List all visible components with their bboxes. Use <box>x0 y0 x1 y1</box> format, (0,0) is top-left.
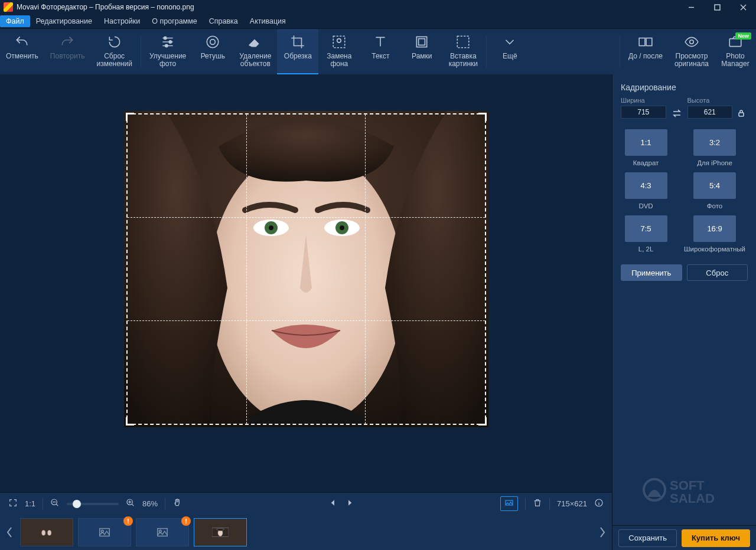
eraser-icon <box>247 34 263 50</box>
height-label: Высота <box>687 97 733 104</box>
thumbnail-3[interactable]: ! <box>136 518 189 546</box>
ratio-box: 7:5 <box>625 215 667 242</box>
object-removal-button[interactable]: Удаление объектов <box>233 29 277 74</box>
canvas-area[interactable] <box>0 74 612 492</box>
zoom-in-button[interactable] <box>126 498 135 509</box>
pan-tool-button[interactable] <box>172 498 182 509</box>
swap-dimensions-button[interactable] <box>671 109 683 119</box>
crop-button[interactable]: Обрезка <box>277 29 318 74</box>
enhance-button[interactable]: Улучшение фото <box>144 29 192 74</box>
svg-rect-12 <box>646 38 652 46</box>
thumbnail-1[interactable] <box>20 518 73 546</box>
ratio-label: Для iPhone <box>697 159 732 166</box>
next-image-button[interactable] <box>345 498 354 509</box>
menu-settings[interactable]: Настройки <box>98 15 146 27</box>
delete-button[interactable] <box>533 498 542 509</box>
crop-handle-bottom-left[interactable] <box>126 417 134 425</box>
compare-icon <box>638 34 653 50</box>
insert-image-icon <box>455 34 471 50</box>
minimize-button[interactable] <box>678 0 704 14</box>
crop-panel: Кадрирование Ширина 715 Высота 621 1:1Кв… <box>612 74 756 550</box>
svg-rect-6 <box>334 36 346 48</box>
svg-point-13 <box>690 40 694 44</box>
svg-point-5 <box>210 40 216 45</box>
width-label: Ширина <box>621 97 666 104</box>
undo-icon <box>14 34 30 50</box>
main-toolbar: Отменить Повторить Сброс изменений Улучш… <box>0 28 756 74</box>
thumbnail-4[interactable] <box>194 518 247 546</box>
reset-crop-button[interactable]: Сброс <box>687 264 748 281</box>
filmstrip-prev-button[interactable] <box>4 518 15 547</box>
height-input[interactable]: 621 <box>687 106 733 119</box>
crop-handle-top-left[interactable] <box>126 113 134 121</box>
menu-edit[interactable]: Редактирование <box>30 15 98 27</box>
text-icon <box>373 34 388 50</box>
save-button[interactable]: Сохранить <box>618 529 677 547</box>
aspect-ratio-7-5[interactable]: 7:5L, 2L <box>623 215 669 253</box>
photo-canvas[interactable] <box>124 111 488 427</box>
zoom-slider[interactable] <box>67 503 119 505</box>
canvas-status-bar: 1:1 86% 715×621 <box>0 492 612 515</box>
svg-rect-9 <box>419 39 425 45</box>
filmstrip-next-button[interactable] <box>597 518 608 547</box>
crop-selection[interactable] <box>126 113 486 425</box>
ratio-label: DVD <box>638 202 653 209</box>
window-title: Movavi Фоторедактор – Пробная версия – n… <box>17 3 678 11</box>
view-original-button[interactable]: Просмотр оригинала <box>669 29 715 74</box>
redo-button[interactable]: Повторить <box>44 29 91 74</box>
frames-button[interactable]: Рамки <box>401 29 442 74</box>
menu-file[interactable]: Файл <box>0 15 30 27</box>
svg-point-28 <box>48 531 51 536</box>
aspect-ratio-3-2[interactable]: 3:2Для iPhone <box>684 129 745 166</box>
menu-help[interactable]: Справка <box>203 15 244 27</box>
photo-manager-button[interactable]: NewPhoto Manager <box>715 29 756 74</box>
crop-panel-title: Кадрирование <box>612 74 756 97</box>
retouch-icon <box>205 34 220 50</box>
svg-rect-14 <box>729 39 741 47</box>
menu-activation[interactable]: Активация <box>244 15 292 27</box>
info-button[interactable] <box>594 498 604 509</box>
undo-button[interactable]: Отменить <box>0 29 44 74</box>
thumbnail-2[interactable]: ! <box>78 518 131 546</box>
svg-point-2 <box>169 41 171 43</box>
ratio-box: 5:4 <box>693 172 736 199</box>
before-after-button[interactable]: До / после <box>623 29 669 74</box>
sliders-icon <box>160 34 175 50</box>
crop-handle-top-right[interactable] <box>478 113 487 121</box>
svg-point-4 <box>207 36 219 48</box>
insert-image-button[interactable]: Вставка картинки <box>442 29 484 74</box>
background-swap-button[interactable]: Замена фона <box>318 29 360 74</box>
prev-image-button[interactable] <box>328 498 338 509</box>
ratio-label: Широкоформатный <box>684 245 745 253</box>
retouch-button[interactable]: Ретушь <box>192 29 233 74</box>
chevron-down-icon <box>502 34 517 50</box>
width-input[interactable]: 715 <box>621 106 666 119</box>
redo-icon <box>60 34 75 50</box>
zoom-out-button[interactable] <box>50 498 60 509</box>
buy-key-button[interactable]: Купить ключ <box>682 529 750 547</box>
crop-handle-bottom-right[interactable] <box>478 417 487 425</box>
ratio-label: Фото <box>707 202 722 209</box>
aspect-ratio-1-1[interactable]: 1:1Квадрат <box>623 129 669 166</box>
close-button[interactable] <box>730 0 756 14</box>
svg-point-3 <box>165 44 168 47</box>
lock-aspect-button[interactable] <box>737 109 748 119</box>
svg-rect-10 <box>458 36 470 48</box>
actual-size-button[interactable]: 1:1 <box>25 499 35 508</box>
text-button[interactable]: Текст <box>360 29 401 74</box>
fit-to-screen-button[interactable] <box>500 496 518 511</box>
svg-point-27 <box>42 531 45 536</box>
ratio-box: 3:2 <box>693 129 736 156</box>
aspect-ratio-5-4[interactable]: 5:4Фото <box>684 172 745 209</box>
maximize-button[interactable] <box>704 0 730 14</box>
zoom-percent: 86% <box>142 499 158 508</box>
new-badge: New <box>735 32 751 40</box>
app-logo-icon <box>4 2 13 12</box>
aspect-ratio-16-9[interactable]: 16:9Широкоформатный <box>684 215 745 253</box>
more-tools-button[interactable]: Ещё <box>489 29 530 74</box>
apply-crop-button[interactable]: Применить <box>621 264 682 281</box>
menu-about[interactable]: О программе <box>146 15 203 27</box>
fullscreen-button[interactable] <box>8 498 18 509</box>
aspect-ratio-4-3[interactable]: 4:3DVD <box>623 172 669 209</box>
reset-changes-button[interactable]: Сброс изменений <box>90 29 138 74</box>
